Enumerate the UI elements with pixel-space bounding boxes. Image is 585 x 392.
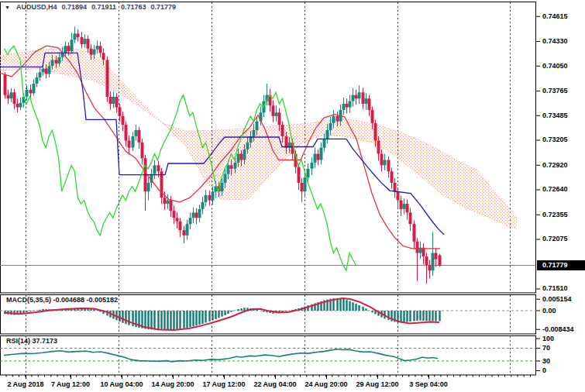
rsi-axis-label: 100 [542, 335, 554, 342]
price-axis-label: 0.72640 [542, 185, 568, 193]
rsi-axis-label: 70 [542, 344, 550, 352]
rsi-axis-label: 0 [542, 366, 546, 374]
price-axis-label: 0.73765 [542, 87, 568, 95]
price-axis-label: 0.74330 [542, 37, 568, 45]
ohlc-low: 0.71763 [121, 3, 146, 11]
rsi-line [4, 349, 438, 362]
ohlc-high: 0.71911 [91, 3, 116, 11]
price-axis-label: 0.74050 [542, 62, 568, 70]
price-axis-label: 0.72920 [542, 161, 568, 169]
time-axis-label: 7 Aug 12:00 [51, 380, 90, 388]
price-axis-label: 0.73485 [542, 112, 568, 119]
chart-window: ▼ AUDUSD,H4 0.71894 0.71911 0.71763 0.71… [0, 0, 585, 392]
rsi-axis-label: 30 [542, 357, 550, 365]
time-axis-label: 29 Aug 12:00 [356, 380, 398, 388]
time-axis-label: 17 Aug 12:00 [202, 380, 245, 388]
ichimoku-cloud [0, 48, 517, 229]
ohlc-open: 0.71894 [61, 3, 87, 11]
time-axis-label: 10 Aug 04:00 [100, 380, 143, 388]
ohlc-close: 0.71779 [151, 3, 177, 11]
macd-indicator-label: MACD(5,35,5) -0.004688 -0.005182 [6, 296, 118, 304]
price-axis-label: 0.73205 [542, 136, 568, 143]
symbol-timeframe: AUDUSD,H4 [16, 3, 57, 11]
symbol-dropdown-arrow-icon[interactable]: ▼ [5, 5, 10, 10]
chart-header: ▼ AUDUSD,H4 0.71894 0.71911 0.71763 0.71… [5, 3, 176, 11]
price-axis-label: 0.74615 [542, 12, 568, 20]
current-price-tag: 0.71779 [537, 260, 585, 270]
price-chart-canvas[interactable] [0, 0, 585, 392]
price-axis-label: 0.71510 [542, 284, 568, 292]
time-axis-label: 24 Aug 20:00 [305, 380, 347, 388]
macd-axis-label: 0.00 [542, 307, 556, 315]
price-axis-label: 0.72075 [542, 235, 568, 242]
rsi-panel [0, 348, 536, 361]
time-axis-label: 14 Aug 20:00 [151, 380, 194, 388]
time-axis-label: 2 Aug 2018 [7, 380, 43, 388]
time-axis-label: 3 Sep 04:00 [409, 380, 448, 388]
time-axis-label: 22 Aug 04:00 [253, 380, 296, 388]
macd-axis-label: 0.005154 [542, 295, 572, 303]
price-axis-label: 0.72355 [542, 211, 568, 218]
rsi-indicator-label: RSI(14) 37.7173 [6, 337, 57, 345]
macd-axis-label: -0.008434 [542, 325, 574, 333]
